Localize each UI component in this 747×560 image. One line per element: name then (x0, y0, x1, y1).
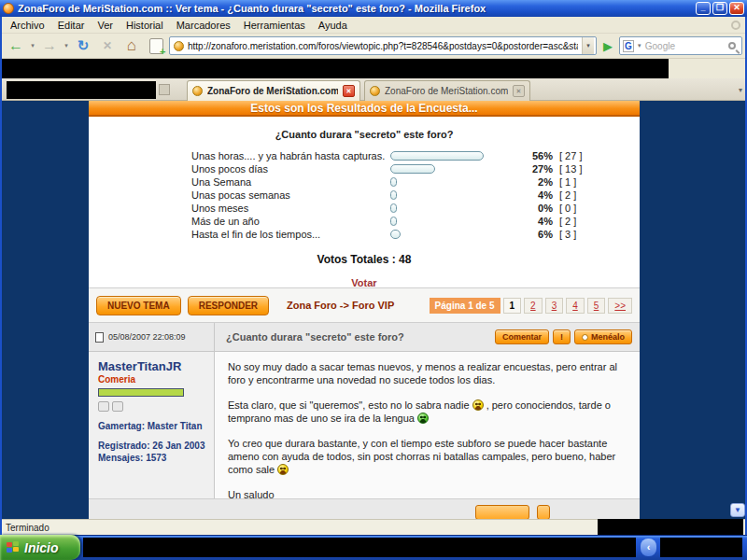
post-actions: Comentar!Menéalo (495, 329, 632, 344)
url-bar[interactable]: http://zonaforo.meristation.com/foros/vi… (169, 36, 597, 55)
post-action-comment[interactable]: Comentar (495, 329, 549, 344)
forward-dropdown-icon[interactable]: ▾ (63, 42, 70, 49)
menu-item-editar[interactable]: Editar (51, 18, 92, 33)
post-header: 05/08/2007 22:08:09 ¿Cuanto durara "secr… (89, 323, 640, 352)
menu-item-archivo[interactable]: Archivo (4, 18, 51, 33)
poll-option-label: Una Semana (191, 176, 390, 188)
tray-chevron-icon[interactable]: ‹ (641, 539, 656, 556)
menu-items-container: ArchivoEditarVerHistorialMarcadoresHerra… (4, 18, 354, 33)
message-paragraph: Yo creo que durara bastante, y con el ti… (228, 437, 627, 476)
scrollbar-down-icon[interactable]: ▼ (730, 503, 745, 517)
next-post-header-partial (89, 498, 640, 519)
post-message: No soy muy dado a sacar temas nuevos, y … (215, 352, 640, 498)
post-icon (95, 332, 104, 343)
poll-bar (390, 164, 435, 174)
search-icon[interactable] (728, 42, 736, 49)
poll-option-votes: [ 3 ] (553, 229, 604, 240)
reply-button[interactable]: RESPONDER (188, 296, 269, 315)
search-box[interactable]: G ▾ Google (619, 36, 742, 55)
home-icon[interactable]: ⌂ (120, 35, 143, 57)
profile-icon[interactable] (98, 401, 109, 412)
tab-label: ZonaForo de MeriStation.com :: Ver te... (385, 86, 508, 96)
url-dropdown-icon[interactable]: ▾ (582, 37, 594, 54)
forward-icon[interactable]: → (38, 35, 61, 57)
tab-overflow-icon[interactable]: ▾ (739, 86, 742, 94)
poll-option-percent: 27% (517, 163, 553, 175)
close-button[interactable]: ✕ (729, 2, 744, 15)
tab-active[interactable]: ZonaForo de MeriStation.com :: V... ✕ (187, 80, 360, 101)
pagination-page-4[interactable]: 4 (566, 298, 585, 314)
emoticon-yellow-icon (277, 464, 289, 475)
post-date: 05/08/2007 22:08:09 (108, 332, 186, 342)
pagination-page-2[interactable]: 2 (524, 298, 543, 314)
stop-icon[interactable]: ✕ (96, 35, 119, 57)
tab-favicon-icon (370, 86, 380, 96)
tab-close-icon[interactable]: ✕ (513, 85, 525, 97)
tab-redacted-close-icon[interactable] (159, 84, 170, 95)
search-engine-icon[interactable]: G (623, 40, 634, 52)
status-text: Terminado (6, 523, 49, 533)
comment-button-partial[interactable] (475, 505, 529, 519)
tab-favicon-icon (192, 86, 203, 96)
new-page-icon[interactable]: + (145, 35, 167, 57)
post-action-report[interactable]: ! (553, 329, 571, 344)
tab-close-icon[interactable]: ✕ (343, 85, 355, 97)
poll-option-percent: 2% (517, 176, 553, 188)
poll-section: ¿Cuanto durara "secreto" este foro? Unas… (89, 117, 640, 287)
redacted-status-area (598, 519, 743, 535)
poll-results-header: Estos son los Resultados de la Encuesta.… (89, 101, 640, 117)
menu-item-marcadores[interactable]: Marcadores (170, 18, 237, 33)
menu-item-historial[interactable]: Historial (120, 18, 170, 33)
new-topic-button[interactable]: NUEVO TEMA (96, 296, 181, 315)
search-engine-dropdown-icon[interactable]: ▾ (636, 42, 643, 49)
go-button[interactable]: ▶ (599, 35, 617, 56)
poll-option-percent: 6% (517, 229, 553, 240)
restore-button[interactable]: ❐ (712, 2, 727, 15)
search-input[interactable]: Google (645, 41, 726, 51)
author-rank-bar (98, 388, 184, 397)
post-title: ¿Cuanto durara "secreto" este foro? (215, 331, 495, 343)
author-name[interactable]: MasterTitanJR (98, 359, 214, 373)
pagination-next[interactable]: >> (608, 298, 632, 314)
menu-item-herramientas[interactable]: Herramientas (237, 18, 312, 33)
menu-item-ayuda[interactable]: Ayuda (312, 18, 354, 33)
poll-bar (390, 190, 397, 200)
poll-bar-wrap (390, 230, 517, 239)
start-label: Inicio (24, 540, 59, 555)
minimize-button[interactable]: _ (696, 2, 711, 15)
firefox-icon (3, 3, 14, 14)
menu-item-ver[interactable]: Ver (91, 18, 120, 33)
report-button-partial[interactable] (537, 505, 550, 519)
poll-bar-wrap (390, 164, 517, 174)
author-profile-icons (98, 401, 214, 412)
tab-background[interactable]: ZonaForo de MeriStation.com :: Ver te...… (364, 80, 530, 101)
author-rank: Comeria (98, 374, 214, 385)
pagination-page-1[interactable]: 1 (503, 298, 522, 314)
url-text[interactable]: http://zonaforo.meristation.com/foros/vi… (188, 41, 578, 51)
poll-bar (390, 230, 401, 239)
throbber-icon (731, 21, 740, 30)
poll-option-label: Unos meses (191, 203, 390, 214)
back-icon[interactable]: ← (5, 35, 27, 57)
message-paragraph: No soy muy dado a sacar temas nuevos, y … (228, 360, 627, 386)
start-button[interactable]: Inicio (0, 535, 80, 560)
poll-option-votes: [ 2 ] (553, 216, 604, 227)
back-dropdown-icon[interactable]: ▾ (29, 42, 36, 49)
poll-bar (390, 177, 397, 187)
post-action-meneame[interactable]: Menéalo (574, 329, 632, 344)
pagination-page-5[interactable]: 5 (587, 298, 606, 314)
poll-bar-wrap (390, 151, 517, 161)
pagination: Página 1 de 5 12345>> (430, 298, 632, 314)
pm-icon[interactable] (112, 401, 123, 412)
breadcrumb[interactable]: Zona Foro -> Foro VIP (287, 300, 394, 311)
pagination-page-3[interactable]: 3 (545, 298, 564, 314)
poll-option-votes: [ 27 ] (553, 150, 604, 161)
window-controls: _ ❐ ✕ (696, 2, 744, 15)
forum-page: Estos son los Resultados de la Encuesta.… (89, 101, 640, 519)
reload-icon[interactable]: ↻ (72, 35, 94, 57)
pagination-label: Página 1 de 5 (430, 298, 500, 314)
tab-redacted[interactable] (7, 81, 156, 99)
poll-option-percent: 4% (517, 189, 553, 201)
site-favicon (174, 41, 184, 51)
windows-logo-icon (7, 541, 20, 553)
